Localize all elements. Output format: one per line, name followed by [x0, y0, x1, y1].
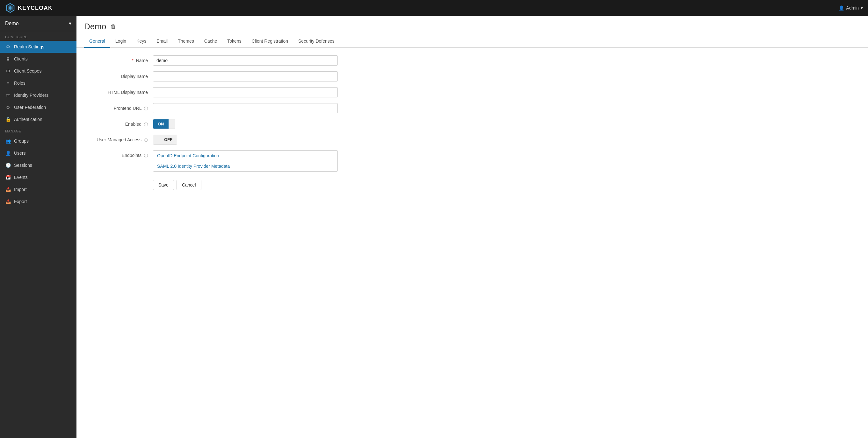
tab-login[interactable]: Login: [110, 35, 131, 48]
name-input[interactable]: [153, 56, 338, 66]
display-name-label: Display name: [84, 71, 148, 79]
users-icon: 👤: [5, 150, 11, 156]
sidebar-item-user-federation[interactable]: ⚙ User Federation: [0, 101, 76, 113]
sidebar-item-label: Authentication: [14, 117, 42, 122]
form-buttons-row: Save Cancel: [84, 177, 355, 190]
roles-icon: ≡: [5, 80, 11, 86]
sidebar-item-groups[interactable]: 👥 Groups: [0, 135, 76, 147]
user-menu[interactable]: 👤 Admin ▾: [839, 5, 863, 10]
general-form: * Name Display name HTML Display name: [76, 48, 363, 203]
enabled-on-button[interactable]: ON: [153, 120, 168, 129]
html-display-name-input[interactable]: [153, 87, 338, 97]
sidebar-item-identity-providers[interactable]: ⇄ Identity Providers: [0, 89, 76, 101]
frontend-url-label: Frontend URL ⓘ: [84, 103, 148, 111]
tab-cache[interactable]: Cache: [199, 35, 222, 48]
top-nav: KEYCLOAK 👤 Admin ▾: [0, 0, 868, 16]
sidebar-item-sessions[interactable]: 🕐 Sessions: [0, 159, 76, 171]
user-managed-access-toggle: OFF: [153, 135, 177, 144]
sidebar-item-label: Client Scopes: [14, 68, 41, 73]
manage-section-label: Manage: [0, 126, 76, 135]
sidebar-item-label: User Federation: [14, 105, 46, 110]
frontend-url-input[interactable]: [153, 103, 338, 113]
tab-tokens[interactable]: Tokens: [222, 35, 246, 48]
user-managed-off-button[interactable]: OFF: [160, 135, 177, 144]
tab-email[interactable]: Email: [151, 35, 173, 48]
user-federation-icon: ⚙: [5, 104, 11, 110]
sidebar-item-label: Import: [14, 187, 27, 192]
enabled-help-icon[interactable]: ⓘ: [144, 122, 148, 127]
sidebar-item-users[interactable]: 👤 Users: [0, 147, 76, 159]
display-name-input[interactable]: [153, 71, 338, 81]
import-icon: 📥: [5, 187, 11, 192]
endpoints-container: OpenID Endpoint Configuration SAML 2.0 I…: [153, 150, 338, 172]
page-header: Demo 🗑: [76, 16, 868, 32]
tab-bar: General Login Keys Email Themes Cache To…: [76, 35, 868, 48]
cancel-button[interactable]: Cancel: [177, 180, 202, 190]
sidebar-item-label: Clients: [14, 56, 28, 61]
name-row: * Name: [84, 56, 355, 66]
realm-chevron-icon: ▾: [69, 21, 71, 26]
sidebar-item-export[interactable]: 📤 Export: [0, 196, 76, 207]
sidebar-item-realm-settings[interactable]: ⚙ Realm Settings: [0, 41, 76, 53]
sidebar-item-roles[interactable]: ≡ Roles: [0, 77, 76, 89]
sidebar-item-label: Events: [14, 175, 28, 180]
enabled-off-button[interactable]: [168, 120, 175, 129]
user-icon: 👤: [839, 5, 844, 10]
frontend-url-field-container: [153, 103, 338, 113]
html-display-name-field-container: [153, 87, 338, 97]
endpoints-row: Endpoints ⓘ OpenID Endpoint Configuratio…: [84, 150, 355, 172]
form-buttons: Save Cancel: [153, 180, 338, 190]
realm-settings-icon: ⚙: [5, 44, 11, 49]
sidebar-item-events[interactable]: 📅 Events: [0, 171, 76, 183]
delete-realm-button[interactable]: 🗑: [109, 22, 118, 31]
html-display-name-row: HTML Display name: [84, 87, 355, 97]
sidebar-item-label: Users: [14, 150, 26, 156]
user-managed-access-help-icon[interactable]: ⓘ: [144, 138, 148, 142]
logo: KEYCLOAK: [5, 3, 53, 13]
sidebar-item-label: Roles: [14, 80, 26, 86]
endpoint-openid[interactable]: OpenID Endpoint Configuration: [153, 150, 337, 161]
endpoint-saml[interactable]: SAML 2.0 Identity Provider Metadata: [153, 161, 337, 171]
name-field-container: [153, 56, 338, 66]
user-chevron-icon: ▾: [861, 5, 863, 10]
keycloak-logo-icon: [5, 3, 15, 13]
groups-icon: 👥: [5, 138, 11, 144]
sidebar: Demo ▾ Configure ⚙ Realm Settings 🖥 Clie…: [0, 16, 76, 438]
html-display-name-label: HTML Display name: [84, 87, 148, 95]
required-star: *: [132, 58, 133, 63]
logo-text: KEYCLOAK: [18, 5, 53, 11]
enabled-toggle-container: ON: [153, 119, 338, 129]
endpoints-label: Endpoints ⓘ: [84, 150, 148, 159]
tab-client-registration[interactable]: Client Registration: [247, 35, 293, 48]
sessions-icon: 🕐: [5, 162, 11, 168]
configure-section-label: Configure: [0, 31, 76, 41]
sidebar-item-import[interactable]: 📥 Import: [0, 183, 76, 196]
name-label: * Name: [84, 56, 148, 63]
user-managed-on-button[interactable]: [153, 135, 160, 144]
sidebar-item-client-scopes[interactable]: ⚙ Client Scopes: [0, 65, 76, 77]
export-icon: 📤: [5, 199, 11, 204]
tab-keys[interactable]: Keys: [131, 35, 151, 48]
sidebar-item-label: Export: [14, 199, 27, 204]
sidebar-item-clients[interactable]: 🖥 Clients: [0, 53, 76, 65]
tab-security-defenses[interactable]: Security Defenses: [293, 35, 340, 48]
user-managed-access-label: User-Managed Access ⓘ: [84, 135, 148, 143]
sidebar-item-label: Groups: [14, 138, 29, 143]
main-content: Demo 🗑 General Login Keys Email Themes C…: [76, 16, 868, 438]
save-button[interactable]: Save: [153, 180, 174, 190]
enabled-row: Enabled ⓘ ON: [84, 119, 355, 129]
enabled-label: Enabled ⓘ: [84, 119, 148, 127]
tab-themes[interactable]: Themes: [173, 35, 199, 48]
client-scopes-icon: ⚙: [5, 68, 11, 74]
clients-icon: 🖥: [5, 56, 11, 62]
frontend-url-help-icon[interactable]: ⓘ: [144, 106, 148, 111]
events-icon: 📅: [5, 174, 11, 180]
user-managed-access-row: User-Managed Access ⓘ OFF: [84, 135, 355, 144]
sidebar-item-authentication[interactable]: 🔒 Authentication: [0, 113, 76, 126]
tab-general[interactable]: General: [84, 35, 110, 48]
frontend-url-row: Frontend URL ⓘ: [84, 103, 355, 113]
realm-selector[interactable]: Demo ▾: [0, 16, 76, 31]
endpoints-help-icon[interactable]: ⓘ: [144, 154, 148, 158]
identity-providers-icon: ⇄: [5, 92, 11, 98]
display-name-row: Display name: [84, 71, 355, 81]
